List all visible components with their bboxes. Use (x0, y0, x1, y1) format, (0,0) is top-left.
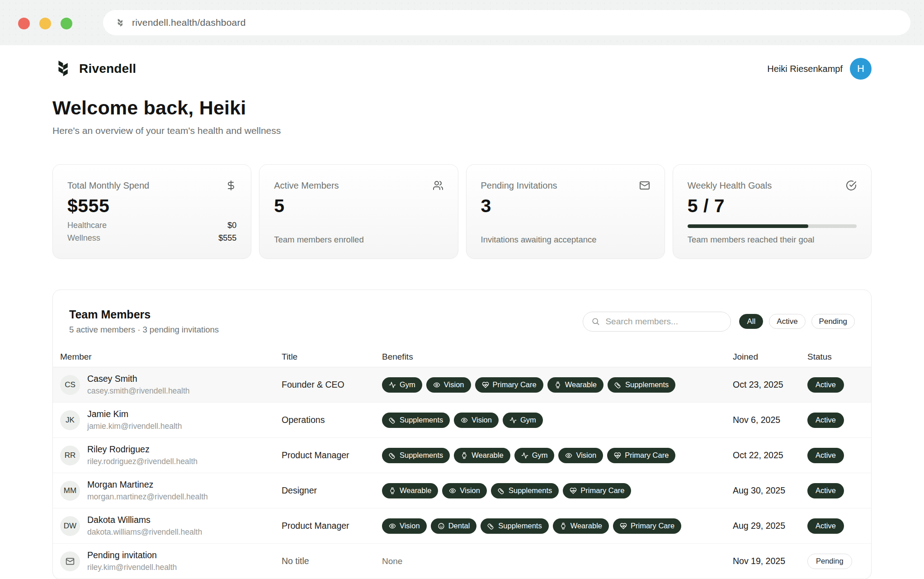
mail-icon (639, 180, 650, 191)
member-name: Jamie Kim (87, 409, 182, 419)
table-row[interactable]: JKJamie Kimjamie.kim@rivendell.healthOpe… (53, 403, 871, 438)
column-header-title: Title (282, 352, 382, 362)
heart-pulse-icon (614, 452, 621, 459)
minimize-window-button[interactable] (39, 18, 51, 29)
table-body: CSCasey Smithcasey.smith@rivendell.healt… (53, 367, 871, 579)
filter-group: AllActivePending (739, 314, 855, 329)
status-badge: Active (807, 413, 844, 428)
member-joined-date: Oct 22, 2025 (733, 450, 807, 460)
benefit-pill: Primary Care (475, 377, 543, 393)
team-members-subtitle: 5 active members · 3 pending invitations (69, 325, 219, 335)
member-avatar: RR (60, 446, 80, 465)
member-email: riley.rodriguez@rivendell.health (87, 457, 198, 466)
filter-all[interactable]: All (739, 314, 763, 329)
benefit-pill: Gym (514, 448, 555, 463)
table-row[interactable]: Pending invitationriley.kim@rivendell.he… (53, 544, 871, 579)
member-benefits: GymVisionPrimary CareWearableSupplements (382, 377, 733, 393)
table-row[interactable]: RRRiley Rodriguezriley.rodriguez@rivende… (53, 438, 871, 473)
stat-label: Active Members (274, 180, 339, 191)
member-name: Pending invitation (87, 550, 177, 560)
benefit-label: Vision (471, 416, 492, 424)
pill-icon (614, 381, 622, 389)
brand-logo[interactable]: Rivendell (52, 58, 136, 79)
benefit-label: Vision (576, 451, 596, 460)
eye-icon (449, 487, 456, 494)
filter-active[interactable]: Active (769, 314, 805, 329)
close-window-button[interactable] (18, 18, 30, 29)
benefit-pill: Supplements (481, 518, 548, 534)
benefit-pill: Supplements (608, 377, 675, 393)
column-header-member: Member (60, 352, 282, 362)
stat-card: Pending Invitations3Invitations awaiting… (466, 164, 665, 259)
benefit-pill: Primary Care (613, 518, 681, 534)
stat-card: Total Monthly Spend$555Healthcare$0Welln… (52, 164, 251, 259)
user-menu[interactable]: Heiki Riesenkampf H (767, 58, 872, 80)
eye-icon (461, 417, 468, 424)
benefit-label: Vision (460, 486, 480, 495)
column-header-joined: Joined (733, 352, 807, 362)
table-row[interactable]: CSCasey Smithcasey.smith@rivendell.healt… (53, 367, 871, 403)
zoom-window-button[interactable] (61, 18, 72, 29)
benefit-pill: Supplements (382, 448, 450, 463)
table-row[interactable]: DWDakota Williamsdakota.williams@rivende… (53, 508, 871, 544)
benefit-label: Supplements (400, 451, 443, 460)
app-header: Rivendell Heiki Riesenkampf H (52, 58, 872, 80)
benefit-label: Supplements (400, 416, 443, 424)
address-bar[interactable]: rivendell.health/dashboard (103, 10, 910, 35)
status-badge: Active (807, 518, 844, 534)
member-name: Morgan Martinez (87, 479, 208, 490)
column-header-benefits: Benefits (382, 352, 733, 362)
pill-icon (498, 487, 505, 494)
benefit-pill: Primary Care (607, 448, 675, 463)
member-benefits: SupplementsVisionGym (382, 413, 733, 428)
table-row[interactable]: MMMorgan Martinezmorgan.martinez@rivende… (53, 473, 871, 508)
benefit-label: Primary Care (580, 486, 624, 495)
pill-icon (389, 417, 396, 424)
member-avatar: DW (60, 516, 80, 536)
benefit-label: Supplements (625, 380, 669, 389)
benefit-label: Wearable (570, 522, 602, 530)
filter-pending[interactable]: Pending (811, 314, 855, 329)
benefit-pill: Wearable (382, 483, 438, 498)
member-email: dakota.williams@rivendell.health (87, 527, 202, 537)
watch-icon (554, 381, 561, 389)
member-joined-date: Nov 6, 2025 (733, 415, 807, 425)
member-title: Product Manager (282, 450, 382, 460)
stat-value: $555 (67, 195, 236, 217)
benefit-label: Primary Care (631, 522, 674, 530)
status-badge: Pending (807, 554, 852, 569)
benefit-label: Vision (400, 522, 420, 530)
column-header-status: Status (807, 352, 864, 362)
eye-icon (565, 452, 572, 459)
browser-chrome: rivendell.health/dashboard (0, 0, 924, 45)
benefit-pill: Wearable (547, 377, 603, 393)
member-title: Designer (282, 485, 382, 496)
breakdown-label: Healthcare (67, 219, 107, 232)
watch-icon (461, 452, 468, 459)
benefit-pill: Gym (503, 413, 543, 428)
page-subtitle: Here's an overview of your team's health… (52, 125, 872, 136)
pill-icon (389, 452, 396, 459)
eye-icon (389, 522, 396, 530)
stat-detail: Team members reached their goal (688, 224, 857, 245)
stat-value: 5 (274, 195, 443, 217)
benefit-pill: Supplements (382, 413, 450, 428)
member-benefits: VisionDentalSupplementsWearablePrimary C… (382, 518, 733, 534)
benefit-pill: Wearable (553, 518, 609, 534)
search-input[interactable] (605, 317, 722, 327)
benefit-pill: Vision (454, 413, 499, 428)
avatar[interactable]: H (850, 58, 872, 80)
stat-card: Weekly Health Goals5 / 7Team members rea… (673, 164, 872, 259)
search-members-box[interactable] (583, 312, 731, 332)
member-email: casey.smith@rivendell.health (87, 386, 190, 396)
member-avatar: MM (60, 481, 80, 501)
benefit-label: Wearable (400, 486, 431, 495)
member-joined-date: Aug 29, 2025 (733, 521, 807, 531)
benefit-label: Supplements (509, 486, 552, 495)
stat-label: Total Monthly Spend (67, 180, 149, 191)
pill-icon (487, 522, 495, 530)
user-name: Heiki Riesenkampf (767, 64, 843, 74)
heart-pulse-icon (482, 381, 489, 389)
benefit-label: Primary Care (625, 451, 669, 460)
smile-icon (438, 522, 445, 530)
